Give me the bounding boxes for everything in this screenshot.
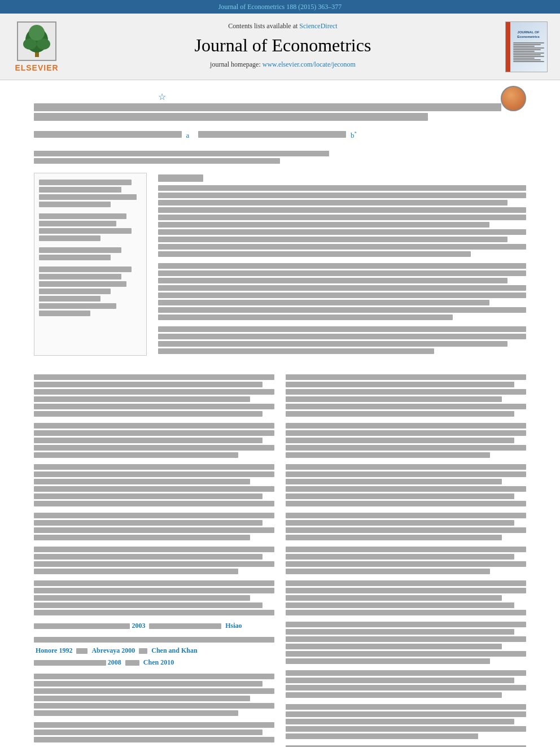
mixed-ref-line-1: 2003 Hsiao xyxy=(34,620,274,632)
year-2003-ref: 2003 xyxy=(132,622,145,630)
available-text: Contents lists available at ScienceDirec… xyxy=(76,22,489,30)
chen-khan-ref: Chen and Khan xyxy=(151,646,197,654)
journal-cover: JOURNAL OF Econometrics xyxy=(501,19,552,74)
left-column: 2003 Hsiao Honore 1992 Abrevaya 2000 Che… xyxy=(34,373,274,747)
science-direct-link[interactable]: ScienceDirect xyxy=(299,22,337,30)
affiliation-block-1 xyxy=(34,151,526,164)
journal-cover-image: JOURNAL OF Econometrics xyxy=(505,21,548,72)
homepage-line: journal homepage: www.elsevier.com/locat… xyxy=(76,60,489,69)
elsevier-logo: ELSEVIER xyxy=(8,19,65,74)
author-portrait xyxy=(501,86,526,111)
svg-point-4 xyxy=(29,25,45,41)
chen-2010-ref: Chen 2010 xyxy=(143,658,174,666)
star-icon-area: ☆ xyxy=(158,91,166,102)
keywords-label xyxy=(39,267,142,316)
journal-homepage-link[interactable]: www.elsevier.com/locate/jeconom xyxy=(262,60,356,68)
author-a-label: a xyxy=(186,131,190,140)
elsevier-brand-text: ELSEVIER xyxy=(15,63,58,72)
year-2008-ref: 2008 xyxy=(108,658,121,666)
author-b-label: b* xyxy=(351,130,357,140)
article-info-section xyxy=(34,173,526,356)
abstract-text-area xyxy=(158,173,526,356)
right-column: Efron, 1967 Wang and Wang 2009 xyxy=(286,373,526,747)
article-title-area xyxy=(34,97,526,121)
header-center: Contents lists available at ScienceDirec… xyxy=(65,19,501,74)
abrevaya-ref: Abrevaya 2000 xyxy=(91,646,135,654)
cover-title-text: JOURNAL OF Econometrics xyxy=(517,30,540,40)
title-redacted xyxy=(34,103,526,121)
header-section: ELSEVIER Contents lists available at Sci… xyxy=(0,14,560,80)
mixed-ref-line-2b: 2008 Chen 2010 xyxy=(34,657,274,669)
top-bar: Journal of Econometrics 188 (2015) 363–3… xyxy=(0,0,560,14)
star-icon: ☆ xyxy=(158,92,166,102)
elsevier-tree-icon xyxy=(17,21,56,61)
hsiao-ref: Hsiao xyxy=(225,622,242,630)
cover-decorative-lines xyxy=(513,42,544,63)
article-dates-box xyxy=(34,173,147,356)
journal-citation-link[interactable]: Journal of Econometrics 188 (2015) 363–3… xyxy=(218,3,342,11)
main-content-columns: 2003 Hsiao Honore 1992 Abrevaya 2000 Che… xyxy=(34,373,526,747)
page-wrapper: Journal of Econometrics 188 (2015) 363–3… xyxy=(0,0,560,747)
article-body: ☆ a b* xyxy=(0,80,560,747)
journal-title: Journal of Econometrics xyxy=(76,35,489,56)
authors-line: a b* xyxy=(34,129,526,140)
honore-ref: Honore 1992 xyxy=(36,646,72,654)
mixed-ref-line-2: Honore 1992 Abrevaya 2000 Chen and Khan xyxy=(34,645,274,657)
